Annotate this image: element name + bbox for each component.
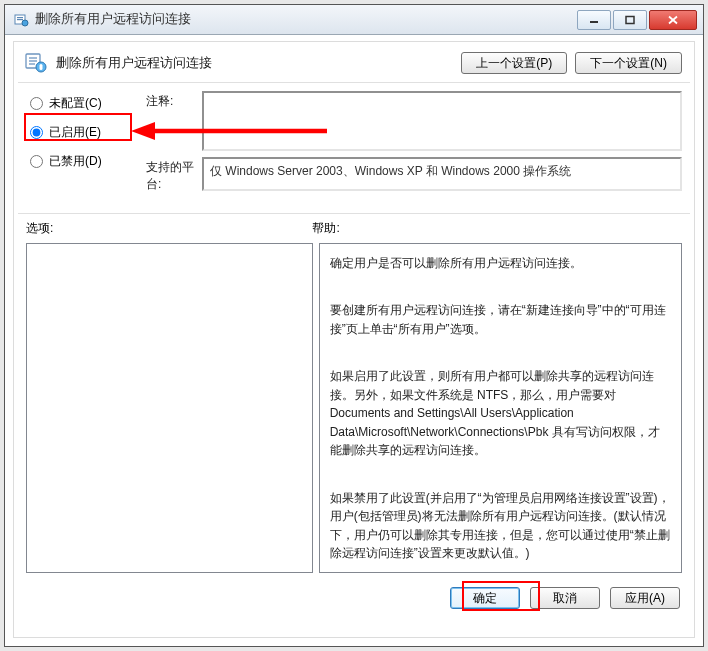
cancel-button[interactable]: 取消 xyxy=(530,587,600,609)
policy-app-icon xyxy=(13,12,29,28)
help-paragraph: 确定用户是否可以删除所有用户远程访问连接。 xyxy=(330,254,671,273)
options-pane xyxy=(26,243,313,573)
comment-label: 注释: xyxy=(146,91,202,151)
radio-not-configured-label: 未配置(C) xyxy=(49,95,102,112)
radio-not-configured-input[interactable] xyxy=(30,97,43,110)
next-setting-button[interactable]: 下一个设置(N) xyxy=(575,52,682,74)
options-section-label: 选项: xyxy=(26,220,312,237)
close-button[interactable] xyxy=(649,10,697,30)
divider xyxy=(18,82,690,83)
window-title: 删除所有用户远程访问连接 xyxy=(35,11,575,28)
radio-disabled-label: 已禁用(D) xyxy=(49,153,102,170)
help-paragraph: 要创建所有用户远程访问连接，请在“新建连接向导”中的“可用连接”页上单击“所有用… xyxy=(330,301,671,338)
comment-textarea[interactable] xyxy=(202,91,682,151)
state-radio-group: 未配置(C) 已启用(E) 已禁用(D) xyxy=(30,91,132,199)
policy-icon xyxy=(24,52,48,74)
radio-not-configured[interactable]: 未配置(C) xyxy=(30,95,132,112)
help-paragraph: 如果启用了此设置，则所有用户都可以删除共享的远程访问连接。另外，如果文件系统是 … xyxy=(330,367,671,460)
platform-label: 支持的平台: xyxy=(146,157,202,193)
titlebar: 删除所有用户远程访问连接 xyxy=(5,5,703,35)
svg-rect-13 xyxy=(40,64,43,70)
ok-button[interactable]: 确定 xyxy=(450,587,520,609)
previous-setting-button[interactable]: 上一个设置(P) xyxy=(461,52,567,74)
radio-disabled-input[interactable] xyxy=(30,155,43,168)
supported-platform-box: 仅 Windows Server 2003、Windows XP 和 Windo… xyxy=(202,157,682,191)
svg-rect-2 xyxy=(17,19,23,20)
svg-point-3 xyxy=(22,20,28,26)
maximize-button[interactable] xyxy=(613,10,647,30)
radio-enabled[interactable]: 已启用(E) xyxy=(30,124,132,141)
minimize-button[interactable] xyxy=(577,10,611,30)
help-paragraph: 如果禁用了此设置(并启用了“为管理员启用网络连接设置”设置)，用户(包括管理员)… xyxy=(330,489,671,563)
apply-button[interactable]: 应用(A) xyxy=(610,587,680,609)
svg-rect-1 xyxy=(17,17,23,18)
help-pane: 确定用户是否可以删除所有用户远程访问连接。 要创建所有用户远程访问连接，请在“新… xyxy=(319,243,682,573)
radio-disabled[interactable]: 已禁用(D) xyxy=(30,153,132,170)
policy-title: 删除所有用户远程访问连接 xyxy=(56,54,461,72)
radio-enabled-input[interactable] xyxy=(30,126,43,139)
divider xyxy=(18,213,690,214)
help-section-label: 帮助: xyxy=(312,220,682,237)
radio-enabled-label: 已启用(E) xyxy=(49,124,101,141)
svg-rect-5 xyxy=(626,16,634,23)
